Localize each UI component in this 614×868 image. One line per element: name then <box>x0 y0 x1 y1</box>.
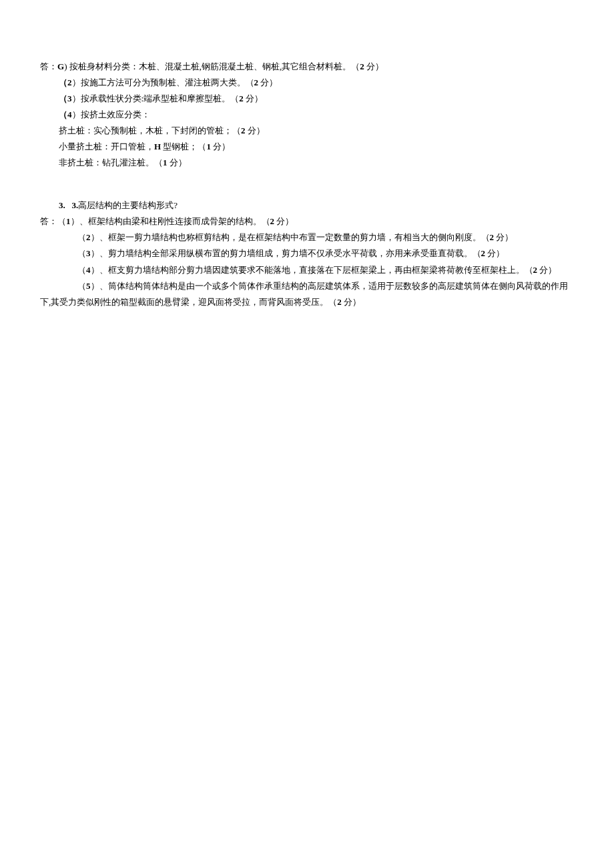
answer-text: ）按挤土效应分类： <box>72 109 150 119</box>
item-prefix: （ <box>77 232 86 242</box>
question-line: 3. 3.高层结构的主要结构形式? <box>40 197 574 213</box>
points-suffix: 分） <box>168 157 187 167</box>
answer-line: （3）、剪力墙结构全部采用纵横布置的剪力墙组成，剪力墙不仅承受水平荷载，亦用来承… <box>40 246 574 262</box>
item-label: （4 <box>59 109 72 119</box>
answer-line: （4）按挤土效应分类： <box>40 107 574 123</box>
item-label: G <box>57 61 64 71</box>
inline-bold: H <box>154 141 161 151</box>
points-suffix: 分） <box>342 297 361 307</box>
item-prefix: （ <box>77 281 86 291</box>
answer-line: （2）、框架一剪力墙结构也称框剪结构，是在框架结构中布置一定数量的剪力墙，有相当… <box>40 230 574 246</box>
answer-text: 非挤土桩：钻孔灌注桩。（ <box>59 157 163 167</box>
points-suffix: 分） <box>364 61 384 71</box>
answer-line: （3）按承载性状分类:端承型桩和摩擦型桩。（2 分） <box>40 91 574 107</box>
answer-text: 小量挤土桩：开口管桩， <box>59 141 154 151</box>
answer-text: ）、剪力墙结构全部采用纵横布置的剪力墙组成，剪力墙不仅承受水平荷载，亦用来承受垂… <box>91 248 481 258</box>
item-label: （2 <box>59 77 72 87</box>
answer-text: ) 按桩身材料分类：木桩、混凝土桩,钢筋混凝土桩、钢桩,其它组合材料桩。（ <box>64 61 360 71</box>
points-suffix: 分） <box>258 77 278 87</box>
answer-line: （2）按施工方法可分为预制桩、灌注桩两大类。（2 分） <box>40 75 574 91</box>
answer-line: 挤土桩：实心预制桩，木桩，下封闭的管桩；（2 分） <box>40 123 574 139</box>
answer-text: 下,其受力类似刚性的箱型截面的悬臂梁，迎风面将受拉，而背风面将受压。（ <box>40 297 337 307</box>
answer-prefix: 答： <box>40 61 57 71</box>
answer-prefix: 答：（ <box>40 216 66 226</box>
item-prefix: （ <box>77 248 86 258</box>
answer-text: 型钢桩；（ <box>161 141 206 151</box>
points-suffix: 分） <box>274 216 294 226</box>
answer-line-continuation: 下,其受力类似刚性的箱型截面的悬臂梁，迎风面将受拉，而背风面将受压。（2 分） <box>40 294 574 310</box>
points-suffix: 分） <box>537 265 557 275</box>
answer-line: 小量挤土桩：开口管桩，H 型钢桩；（1 分） <box>40 139 574 155</box>
answer-line: 非挤土桩：钻孔灌注桩。（1 分） <box>40 155 574 171</box>
points-suffix: 分） <box>485 248 505 258</box>
answer-block-1: 答：G) 按桩身材料分类：木桩、混凝土桩,钢筋混凝土桩、钢桩,其它组合材料桩。（… <box>40 59 574 171</box>
answer-text: ）按承载性状分类:端承型桩和摩擦型桩。（ <box>72 93 240 103</box>
answer-line: 答：（1）、框架结构由梁和柱刚性连接而成骨架的结构。（2 分） <box>40 213 574 230</box>
points-suffix: 分） <box>244 93 263 103</box>
answer-line: （4）、框支剪力墙结构部分剪力墙因建筑要求不能落地，直接落在下层框架梁上，再由框… <box>40 262 574 278</box>
answer-text: ）、框支剪力墙结构部分剪力墙因建筑要求不能落地，直接落在下层框架梁上，再由框架梁… <box>91 265 533 275</box>
answer-line: （5）、筒体结构筒体结构是由一个或多个筒体作承重结构的高层建筑体系，适用于层数较… <box>40 278 574 294</box>
points-suffix: 分） <box>211 141 230 151</box>
answer-text: 挤土桩：实心预制桩，木桩，下封闭的管桩；（ <box>59 125 241 135</box>
question-number: 3. <box>72 200 79 210</box>
item-label: （3 <box>59 93 72 103</box>
question-text: 高层结构的主要结构形式? <box>78 200 178 210</box>
answer-block-2: 3. 3.高层结构的主要结构形式? 答：（1）、框架结构由梁和柱刚性连接而成骨架… <box>40 197 574 310</box>
answer-line: 答：G) 按桩身材料分类：木桩、混凝土桩,钢筋混凝土桩、钢桩,其它组合材料桩。（… <box>40 59 574 75</box>
points-suffix: 分） <box>494 232 513 242</box>
answer-text: ）、框架一剪力墙结构也称框剪结构，是在框架结构中布置一定数量的剪力墙，有相当大的… <box>91 232 490 242</box>
answer-text: ）按施工方法可分为预制桩、灌注桩两大类。（ <box>72 77 254 87</box>
question-number: 3. <box>59 200 65 210</box>
answer-text: ）、框架结构由梁和柱刚性连接而成骨架的结构。（ <box>71 216 270 226</box>
item-prefix: （ <box>77 265 86 275</box>
answer-text: ）、筒体结构筒体结构是由一个或多个筒体作承重结构的高层建筑体系，适用于层数较多的… <box>91 281 568 291</box>
points-suffix: 分） <box>246 125 265 135</box>
